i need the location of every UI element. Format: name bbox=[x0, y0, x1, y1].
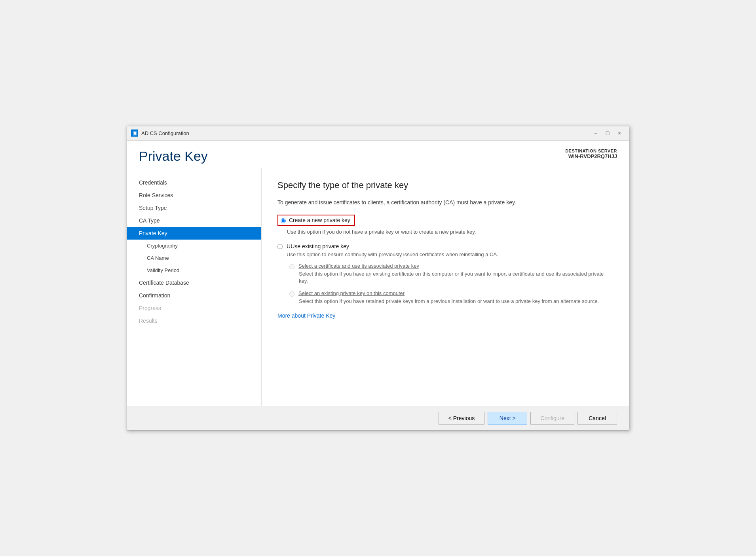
select-cert-radio[interactable] bbox=[289, 264, 294, 269]
footer: < Previous Next > Configure Cancel bbox=[127, 406, 629, 430]
content-heading: Specify the type of the private key bbox=[277, 180, 613, 190]
configure-button[interactable]: Configure bbox=[530, 412, 574, 425]
sidebar-item-ca-type[interactable]: CA Type bbox=[127, 214, 261, 227]
sidebar-item-cryptography[interactable]: Cryptography bbox=[127, 240, 261, 252]
option-create-new: Create a new private key Use this option… bbox=[277, 215, 613, 236]
radio-create-new[interactable]: Create a new private key bbox=[277, 215, 613, 227]
select-existing-key-desc: Select this option if you have retained … bbox=[299, 298, 613, 305]
window-title: AD CS Configuration bbox=[141, 130, 590, 136]
select-existing-key-radio[interactable] bbox=[289, 291, 294, 297]
next-button[interactable]: Next > bbox=[488, 412, 527, 425]
destination-label: DESTINATION SERVER bbox=[565, 149, 617, 153]
destination-server: DESTINATION SERVER WIN-RVDP2RQ7HJJ bbox=[565, 149, 617, 159]
sidebar-item-setup-type[interactable]: Setup Type bbox=[127, 202, 261, 214]
sidebar-item-certificate-database[interactable]: Certificate Database bbox=[127, 276, 261, 289]
use-existing-radio[interactable] bbox=[277, 244, 283, 249]
radio-use-existing[interactable]: UUse existing private key Use this optio… bbox=[277, 243, 613, 258]
option-use-existing: UUse existing private key Use this optio… bbox=[277, 243, 613, 305]
header-area: Private Key DESTINATION SERVER WIN-RVDP2… bbox=[127, 141, 629, 168]
cancel-button[interactable]: Cancel bbox=[577, 412, 617, 425]
create-new-label[interactable]: Create a new private key bbox=[289, 217, 350, 223]
main-window: ▣ AD CS Configuration − □ × Private Key … bbox=[127, 126, 629, 430]
app-icon: ▣ bbox=[131, 129, 138, 137]
sub-option-select-key: Select an existing private key on this c… bbox=[289, 290, 613, 305]
sidebar-item-confirmation[interactable]: Confirmation bbox=[127, 289, 261, 302]
page-title: Private Key bbox=[139, 149, 208, 164]
create-new-radio[interactable] bbox=[281, 218, 286, 223]
previous-button[interactable]: < Previous bbox=[439, 412, 485, 425]
radio-select-cert[interactable]: Select a certificate and use its associa… bbox=[289, 263, 613, 269]
sidebar: Credentials Role Services Setup Type CA … bbox=[127, 168, 262, 406]
more-link[interactable]: More about Private Key bbox=[277, 312, 335, 319]
sidebar-item-role-services[interactable]: Role Services bbox=[127, 189, 261, 202]
maximize-button[interactable]: □ bbox=[602, 129, 613, 137]
select-existing-key-label: Select an existing private key on this c… bbox=[298, 290, 405, 296]
content-description: To generate and issue certificates to cl… bbox=[277, 198, 613, 207]
body-area: Credentials Role Services Setup Type CA … bbox=[127, 168, 629, 406]
radio-select-key[interactable]: Select an existing private key on this c… bbox=[289, 290, 613, 297]
sub-options: Select a certificate and use its associa… bbox=[289, 263, 613, 305]
sidebar-item-credentials[interactable]: Credentials bbox=[127, 176, 261, 189]
title-bar: ▣ AD CS Configuration − □ × bbox=[127, 126, 629, 141]
window-controls: − □ × bbox=[590, 129, 625, 137]
sidebar-item-validity-period[interactable]: Validity Period bbox=[127, 264, 261, 276]
select-cert-desc: Select this option if you have an existi… bbox=[299, 270, 613, 285]
main-content: Private Key DESTINATION SERVER WIN-RVDP2… bbox=[127, 141, 629, 430]
create-new-option-box[interactable]: Create a new private key bbox=[277, 215, 355, 226]
create-new-desc: Use this option if you do not have a pri… bbox=[287, 228, 613, 236]
server-name: WIN-RVDP2RQ7HJJ bbox=[565, 153, 617, 159]
sidebar-item-progress: Progress bbox=[127, 302, 261, 314]
use-existing-desc: Use this option to ensure continuity wit… bbox=[287, 251, 498, 258]
select-cert-label: Select a certificate and use its associa… bbox=[298, 263, 419, 269]
close-button[interactable]: × bbox=[614, 129, 625, 137]
sub-option-select-cert: Select a certificate and use its associa… bbox=[289, 263, 613, 285]
sidebar-item-ca-name[interactable]: CA Name bbox=[127, 252, 261, 264]
sidebar-item-results: Results bbox=[127, 314, 261, 327]
use-existing-label: UUse existing private key bbox=[287, 243, 349, 249]
minimize-button[interactable]: − bbox=[590, 129, 601, 137]
sidebar-item-private-key[interactable]: Private Key bbox=[127, 227, 261, 240]
content-area: Specify the type of the private key To g… bbox=[262, 168, 629, 406]
